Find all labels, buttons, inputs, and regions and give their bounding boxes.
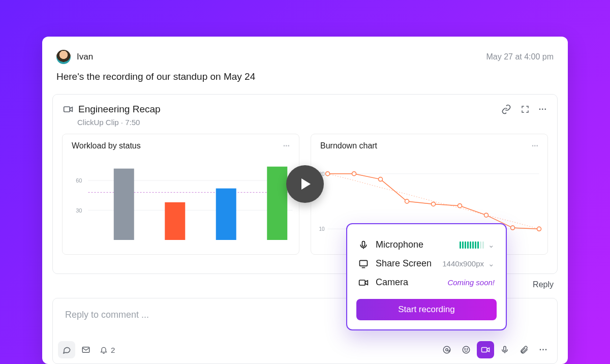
svg-point-17 [405, 199, 409, 203]
svg-rect-32 [360, 260, 368, 266]
svg-point-28 [467, 349, 468, 350]
svg-point-22 [537, 227, 541, 231]
camera-status: Coming soon! [447, 278, 495, 287]
camera-row: Camera Coming soon! [356, 273, 497, 292]
svg-point-16 [379, 177, 383, 181]
svg-text:30: 30 [76, 207, 82, 213]
workload-chart-title: Workload by status [72, 141, 141, 150]
share-screen-row[interactable]: Share Screen 1440x900px ⌄ [356, 254, 497, 273]
dot-separator: · [121, 118, 125, 127]
composer-toolbar: 2 [58, 341, 552, 358]
svg-rect-8 [216, 188, 236, 239]
attachment-icon[interactable] [515, 341, 533, 358]
chart-more-icon[interactable]: ··· [283, 141, 290, 150]
clip-header: Engineering Recap [53, 95, 557, 117]
avatar[interactable] [56, 50, 71, 64]
workload-chart-card: Workload by status ··· 3060 [62, 134, 299, 255]
chevron-down-icon[interactable]: ⌄ [488, 259, 495, 268]
mention-icon[interactable] [438, 341, 455, 358]
camera-label: Camera [376, 277, 408, 288]
mail-icon[interactable] [77, 341, 95, 358]
record-clip-button[interactable] [477, 341, 494, 358]
svg-rect-0 [64, 107, 70, 112]
svg-point-26 [463, 346, 470, 353]
notification-count: 2 [111, 346, 115, 354]
clip-duration: 7:50 [125, 118, 140, 127]
more-icon[interactable] [539, 105, 547, 114]
svg-rect-29 [482, 348, 487, 352]
svg-rect-30 [504, 346, 506, 351]
author-name[interactable]: Ivan [77, 52, 93, 62]
svg-point-27 [465, 349, 466, 350]
clip-source: ClickUp Clip [77, 118, 119, 127]
svg-point-15 [352, 171, 356, 175]
screen-resolution: 1440x900px [442, 259, 484, 268]
microphone-row[interactable]: Microphone ⌄ [356, 235, 497, 254]
comment-timestamp: May 27 at 4:00 pm [486, 52, 554, 62]
svg-point-14 [326, 171, 330, 175]
camera-icon [358, 278, 369, 288]
burndown-chart-title: Burndown chart [320, 141, 377, 150]
comment-card: Ivan May 27 at 4:00 pm Here's the record… [42, 37, 568, 364]
comment-body: Here's the recording of our standup on M… [42, 70, 568, 84]
share-screen-label: Share Screen [376, 258, 432, 269]
svg-rect-7 [165, 202, 185, 239]
svg-text:10: 10 [319, 226, 325, 232]
svg-point-20 [484, 213, 489, 217]
mic-level-indicator [460, 241, 484, 249]
svg-rect-6 [114, 168, 134, 239]
screen-icon [358, 259, 369, 269]
start-recording-button[interactable]: Start recording [356, 299, 497, 320]
svg-rect-9 [267, 166, 287, 239]
svg-rect-33 [359, 280, 365, 285]
svg-point-19 [458, 203, 462, 207]
notifications-button[interactable]: 2 [100, 346, 115, 354]
comment-header: Ivan May 27 at 4:00 pm [42, 37, 568, 70]
chevron-down-icon[interactable]: ⌄ [488, 240, 495, 250]
overflow-icon[interactable] [535, 341, 552, 358]
expand-icon[interactable] [521, 105, 530, 114]
svg-point-18 [432, 202, 436, 206]
link-icon[interactable] [501, 104, 511, 114]
chart-more-icon[interactable]: ··· [532, 141, 538, 150]
microphone-icon [358, 240, 369, 250]
microphone-label: Microphone [376, 239, 423, 250]
svg-rect-31 [362, 241, 365, 246]
svg-text:60: 60 [76, 177, 82, 184]
svg-point-21 [511, 226, 515, 230]
emoji-icon[interactable] [458, 341, 475, 358]
chat-icon[interactable] [58, 341, 75, 358]
video-icon [63, 104, 73, 114]
recording-popover: Microphone ⌄ Share Screen 1440x900px ⌄ C… [346, 223, 507, 330]
reply-button[interactable]: Reply [533, 280, 554, 289]
voice-icon[interactable] [496, 341, 513, 358]
play-button[interactable] [286, 165, 324, 203]
clip-title: Engineering Recap [78, 104, 161, 115]
clip-subtitle: ClickUp Clip · 7:50 [53, 117, 557, 134]
workload-bar-chart: 3060 [63, 156, 299, 246]
